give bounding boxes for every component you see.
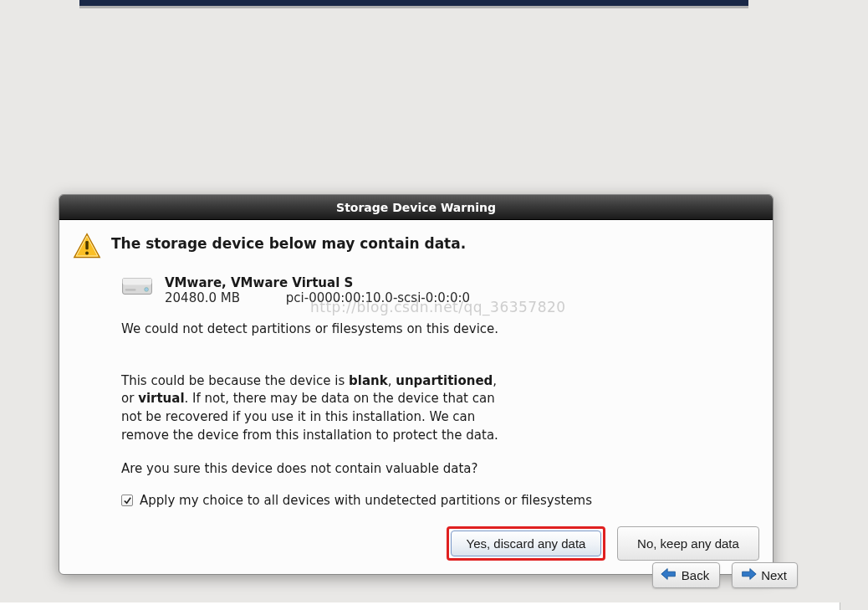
device-path: pci-0000:00:10.0-scsi-0:0:0:0 [286, 290, 470, 305]
svg-point-1 [85, 252, 89, 255]
next-label: Next [761, 568, 787, 582]
msg-p2-blank: blank [349, 373, 388, 388]
next-button[interactable]: Next [732, 562, 798, 588]
discard-highlight-box: Yes, discard any data [447, 526, 605, 561]
arrow-right-icon [739, 567, 758, 583]
wizard-footer-buttons: Back Next [652, 562, 798, 588]
dialog-body: The storage device below may contain dat… [59, 220, 773, 574]
apply-all-label: Apply my choice to all devices with unde… [140, 493, 592, 508]
arrow-left-icon [660, 567, 678, 583]
storage-warning-dialog: Storage Device Warning The storage devic… [59, 194, 774, 575]
no-keep-button[interactable]: No, keep any data [617, 526, 759, 561]
msg-p2-virtual: virtual [138, 391, 184, 406]
warning-icon [73, 232, 101, 264]
device-meta: 20480.0 MB pci-0000:00:10.0-scsi-0:0:0:0 [165, 290, 470, 305]
msg-p2-mid1: , [388, 373, 396, 388]
msg-p2-unpartitioned: unpartitioned [396, 373, 493, 388]
warning-header-row: The storage device below may contain dat… [73, 232, 759, 264]
apply-all-checkbox[interactable] [121, 495, 133, 506]
device-name: VMware, VMware Virtual S [165, 275, 470, 290]
svg-rect-5 [125, 289, 136, 290]
svg-rect-0 [85, 241, 88, 249]
message-paragraph-2: This could be because the device is blan… [121, 354, 759, 445]
message-line-1: We could not detect partitions or filesy… [121, 320, 759, 339]
device-size: 20480.0 MB [165, 290, 248, 305]
yes-discard-button[interactable]: Yes, discard any data [451, 531, 601, 556]
message-line-3: Are you sure this device does not contai… [121, 460, 759, 479]
header-banner [79, 0, 748, 8]
dialog-button-row: Yes, discard any data No, keep any data [73, 526, 759, 561]
harddrive-icon [121, 275, 153, 300]
device-info: VMware, VMware Virtual S 20480.0 MB pci-… [165, 275, 470, 305]
svg-rect-3 [123, 279, 152, 285]
device-row: VMware, VMware Virtual S 20480.0 MB pci-… [121, 275, 759, 305]
back-label: Back [682, 568, 709, 582]
dialog-title: Storage Device Warning [336, 201, 496, 214]
warning-heading: The storage device below may contain dat… [111, 232, 466, 252]
message-block: We could not detect partitions or filesy… [121, 320, 759, 478]
apply-all-checkbox-row[interactable]: Apply my choice to all devices with unde… [121, 493, 759, 508]
svg-point-4 [145, 288, 149, 292]
back-button[interactable]: Back [652, 562, 720, 588]
installer-window: Storage Device Warning The storage devic… [0, 0, 840, 610]
dialog-titlebar: Storage Device Warning [59, 195, 773, 220]
msg-p2-pre: This could be because the device is [121, 373, 349, 388]
